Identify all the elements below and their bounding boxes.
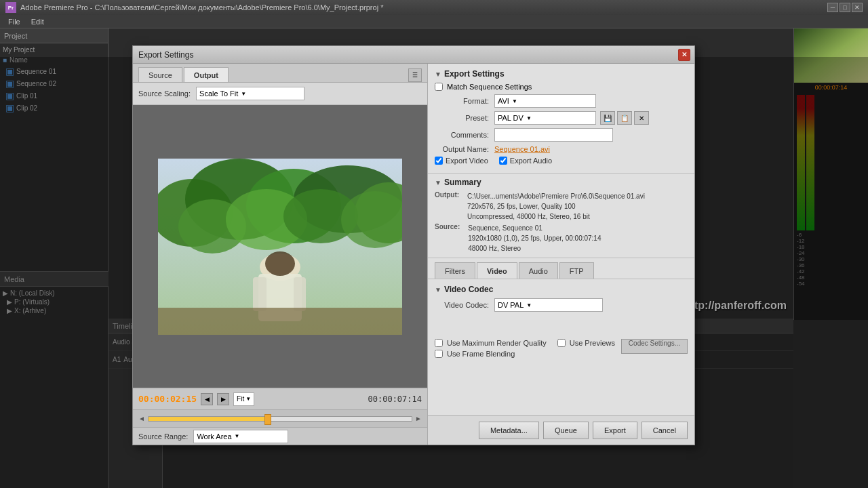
format-arrow: ▼ — [512, 98, 517, 104]
export-settings-title: Export Settings — [444, 69, 505, 79]
export-button[interactable]: Export — [593, 422, 637, 439]
source-output-tabs: Source Output ☰ — [133, 64, 427, 83]
tab-output[interactable]: Output — [184, 67, 229, 82]
video-codec-title: Video Codec — [444, 285, 493, 294]
video-codec-label: Video Codec: — [435, 301, 489, 309]
max-render-quality-checkbox[interactable] — [435, 339, 443, 347]
frame-blending-checkbox[interactable] — [435, 350, 443, 358]
comments-label: Comments: — [435, 131, 489, 139]
export-video-checkbox[interactable] — [435, 157, 443, 165]
use-previews-label: Use Previews — [570, 339, 615, 347]
tab-filters[interactable]: Filters — [435, 262, 475, 279]
export-audio-checkbox[interactable] — [499, 157, 507, 165]
menu-file[interactable]: File — [3, 15, 26, 28]
output-summary-row: Output: C:\User...uments\Adobe\Premiere … — [435, 191, 688, 222]
total-time-display: 00:00:07:14 — [368, 394, 422, 404]
title-bar-text: Adobe Premiere Pro - C:\Пользователи\Сер… — [20, 3, 383, 12]
import-preset-button[interactable]: 📋 — [617, 111, 632, 125]
match-sequence-row: Match Sequence Settings — [435, 83, 688, 91]
video-thumbnail — [158, 159, 402, 335]
delete-preset-button[interactable]: ✕ — [634, 111, 649, 125]
project-panel-header: Project — [0, 28, 108, 43]
source-line2: 1920x1080 (1,0), 25 fps, Upper, 00:00:07… — [468, 233, 601, 243]
tab-source[interactable]: Source — [138, 67, 182, 82]
export-video-row: Export Video — [435, 157, 488, 165]
preset-value: PAL DV — [498, 114, 524, 122]
source-summary-row: Source: Sequence, Sequence 01 1920x1080 … — [435, 223, 688, 253]
source-scaling-select[interactable]: Scale To Fit ▼ — [196, 87, 304, 100]
queue-button[interactable]: Queue — [543, 422, 589, 439]
comments-input[interactable] — [494, 128, 613, 142]
preset-icons: 💾 📋 ✕ — [600, 111, 649, 125]
format-label: Format: — [435, 97, 489, 105]
summary-collapse-arrow: ▼ — [435, 179, 441, 186]
use-previews-checkbox[interactable] — [557, 339, 566, 347]
scrubber-start: ◄ — [138, 415, 145, 422]
comments-row: Comments: — [435, 128, 688, 142]
source-range-row: Source Range: Work Area ▼ — [133, 427, 427, 445]
maximize-button[interactable]: □ — [840, 3, 850, 12]
svg-rect-15 — [294, 277, 306, 311]
fit-label: Fit — [237, 395, 244, 403]
format-row: Format: AVI ▼ — [435, 94, 688, 108]
output-line1: C:\User...uments\Adobe\Premiere Pro\6.0\… — [467, 191, 645, 201]
source-summary-content: Sequence, Sequence 01 1920x1080 (1,0), 2… — [462, 223, 601, 253]
title-bar-controls: ─ □ ✕ — [827, 3, 863, 12]
dialog-buttons: Metadata... Queue Export Cancel — [428, 415, 694, 445]
play-back-button[interactable]: ◀ — [201, 393, 213, 405]
scrubber-end: ► — [415, 415, 422, 422]
scrubber-thumb[interactable] — [264, 414, 271, 425]
video-codec-header: ▼ Video Codec — [435, 285, 688, 294]
tab-audio[interactable]: Audio — [519, 262, 558, 279]
dialog-preview-panel: Source Output ☰ Source Scaling: Scale To… — [133, 64, 428, 445]
export-video-label: Export Video — [446, 157, 488, 165]
max-render-quality-row: Use Maximum Render Quality Use Previews — [435, 339, 621, 347]
video-codec-row: Video Codec: DV PAL ▼ — [435, 298, 688, 312]
dialog-close-button[interactable]: ✕ — [678, 49, 690, 61]
source-range-select[interactable]: Work Area ▼ — [193, 430, 288, 443]
source-scaling-label: Source Scaling: — [138, 89, 191, 98]
summary-title: Summary — [444, 178, 481, 187]
video-codec-select[interactable]: DV PAL ▼ — [494, 298, 603, 312]
timeline-controls: 00:00:02:15 ◀ ▶ Fit ▼ 00:00:07:14 — [133, 388, 427, 409]
output-summary-content: C:\User...uments\Adobe\Premiere Pro\6.0\… — [462, 191, 645, 222]
output-name-link[interactable]: Sequence 01.avi — [494, 145, 550, 153]
preset-arrow: ▼ — [526, 115, 532, 121]
match-sequence-checkbox[interactable] — [435, 83, 443, 91]
preset-select[interactable]: PAL DV ▼ — [494, 111, 596, 125]
svg-point-16 — [265, 251, 295, 276]
output-summary-label: Output: — [435, 191, 459, 222]
current-time-display: 00:00:02:15 — [138, 394, 197, 404]
dialog-titlebar: Export Settings ✕ — [133, 46, 694, 64]
source-line3: 48000 Hz, Stereo — [468, 243, 601, 253]
save-preset-button[interactable]: 💾 — [600, 111, 615, 125]
play-forward-button[interactable]: ▶ — [217, 393, 229, 405]
fit-select[interactable]: Fit ▼ — [233, 392, 254, 406]
tab-ftp[interactable]: FTP — [559, 262, 594, 279]
codec-settings-button: Codec Settings... — [621, 339, 688, 354]
tab-menu-button[interactable]: ☰ — [408, 68, 422, 82]
preset-row: Preset: PAL DV ▼ 💾 📋 ✕ — [435, 111, 688, 125]
premiere-window: Pr Adobe Premiere Pro - C:\Пользователи\… — [0, 0, 868, 488]
minimize-button[interactable]: ─ — [827, 3, 838, 12]
menu-edit[interactable]: Edit — [26, 15, 50, 28]
source-range-arrow: ▼ — [235, 433, 240, 439]
codec-section: ▼ Video Codec Video Codec: DV PAL ▼ Code… — [428, 279, 694, 415]
summary-section: ▼ Summary Output: C:\User...uments\Adobe… — [428, 174, 694, 258]
video-codec-arrow: ▼ — [526, 302, 532, 308]
dialog-settings-panel: ▼ Export Settings Match Sequence Setting… — [428, 64, 694, 445]
metadata-button[interactable]: Metadata... — [479, 422, 539, 439]
export-audio-row: Export Audio — [499, 157, 552, 165]
premiere-icon: Pr — [5, 2, 16, 13]
video-codec-value: DV PAL — [498, 301, 524, 309]
tab-video[interactable]: Video — [477, 262, 517, 279]
close-button[interactable]: ✕ — [852, 3, 863, 12]
format-select[interactable]: AVI ▼ — [494, 94, 596, 108]
collapse-arrow: ▼ — [435, 70, 441, 78]
export-settings-header: ▼ Export Settings — [435, 69, 688, 79]
source-scaling-row: Source Scaling: Scale To Fit ▼ — [133, 83, 427, 105]
cancel-button[interactable]: Cancel — [642, 422, 688, 439]
output-line2: 720x576, 25 fps, Lower, Quality 100 — [467, 201, 645, 211]
scrubber-track[interactable] — [148, 416, 412, 422]
premiere-panels: Project My Project ■Name ▣Sequence 01 ▣S… — [0, 28, 868, 488]
